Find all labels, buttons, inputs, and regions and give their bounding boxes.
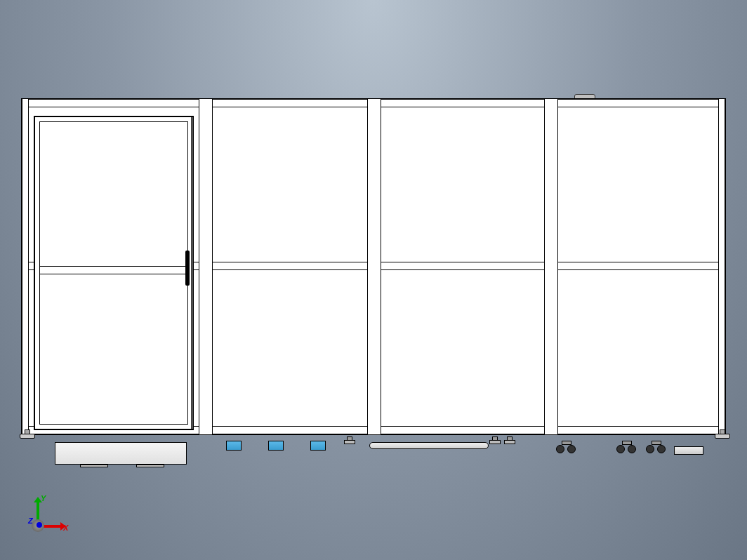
caster-wheel-icon (657, 445, 666, 453)
blue-component-2 (268, 441, 284, 451)
frame-post-right (718, 99, 725, 434)
frame-post-2 (367, 99, 381, 434)
coordinate-triad[interactable]: X Y Z (21, 497, 63, 539)
inner-foot-1 (344, 436, 354, 449)
caster-bracket-icon (652, 441, 661, 445)
platform-foot-1 (80, 465, 108, 467)
caster-wheel-icon (567, 445, 576, 453)
cad-viewport[interactable]: X Y Z (0, 0, 747, 560)
caster-group-3 (646, 441, 667, 453)
caster-bracket-icon (622, 441, 632, 445)
caster-wheel-icon (556, 445, 564, 453)
caster-bracket-icon (562, 441, 571, 445)
blue-component-1 (226, 441, 242, 451)
z-axis-label: Z (28, 516, 33, 525)
leveling-foot-left (20, 434, 34, 439)
caster-wheel-icon (628, 445, 636, 453)
z-axis-icon (37, 522, 42, 528)
frame-post-left (22, 99, 29, 434)
leveling-foot-right (715, 434, 729, 439)
inner-foot-3 (504, 436, 514, 449)
y-axis-label: Y (41, 494, 46, 502)
inner-foot-2 (489, 436, 499, 449)
caster-group-1 (556, 441, 577, 453)
door-edge (190, 117, 195, 429)
frame-post-1 (199, 99, 213, 434)
model-container[interactable] (0, 0, 747, 560)
door-base-platform (55, 442, 187, 465)
blue-component-3 (310, 441, 326, 451)
caster-group-2 (616, 441, 637, 453)
door-mid-rail (40, 266, 187, 274)
platform-foot-2 (136, 465, 164, 467)
x-axis-label: X (63, 524, 68, 532)
door-frame-inner (39, 121, 188, 425)
right-base-element (674, 442, 709, 453)
center-base-bar (369, 442, 489, 449)
door-frame (34, 116, 194, 430)
caster-wheel-icon (616, 445, 625, 453)
frame-post-3 (544, 99, 558, 434)
caster-wheel-icon (646, 445, 654, 453)
